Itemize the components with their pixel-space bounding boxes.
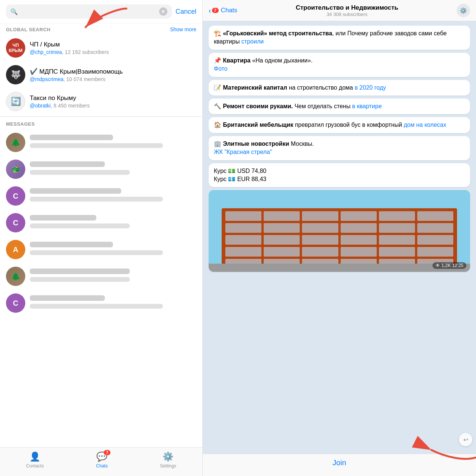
search-result-mdps[interactable]: 🐺 ✔️ МДПС Крым|Взаимопомощь @mdpscrimea,… [0,61,202,88]
list-item[interactable]: 🐲 [0,156,202,183]
list-item[interactable]: С [0,183,202,209]
message-link[interactable]: ЖК "Красная стрела" [214,149,272,155]
message-bubble: 🏠 Британский мебельщик превратил грузово… [209,117,470,133]
blurred-message-text [30,161,196,177]
chat-title: Строительство и Недвижимость [241,4,453,12]
image-bubble: 👁 1,2K 12:25 [209,190,470,272]
tab-contacts[interactable]: 👤 Contacts [26,451,44,469]
result-name-chp: ЧП / Крым [30,41,196,48]
result-info-taxi: Такси по Крыму @obratki, 8 450 members [30,94,196,109]
message-text: 🏢 Элитные новостройки Москвы. ЖК "Красна… [214,140,465,157]
forward-button[interactable]: ↩ [459,433,472,446]
result-username-chp: @chp_crimea [30,49,62,55]
search-bar: 🔍 Крым ✕ Cancel [0,0,202,23]
message-text: 🏠 Британский мебельщик превратил грузово… [214,121,465,129]
back-label: Chats [221,7,237,14]
result-username-mdps: @mdpscrimea [30,76,63,82]
contacts-icon: 👤 [29,451,41,462]
back-badge: 7 [212,8,219,13]
clear-search-button[interactable]: ✕ [159,7,167,16]
rates-text: Курс 💵 USD 74,80 Курс 💶 EUR 88,43 [214,167,465,184]
message-bubble: 📌 Квартира «На одном дыхании». Фото [209,53,470,77]
avatar: 🌲 [6,133,25,152]
avatar-taxi: 🔄 [6,92,25,111]
search-input[interactable]: Крым [21,8,156,16]
message-bubble: 🔨 Ремонт своими руками. Чем отделать сте… [209,99,470,114]
result-name-taxi: Такси по Крыму [30,94,196,102]
cancel-button[interactable]: Cancel [176,8,196,16]
message-bubble: 🏢 Элитные новостройки Москвы. ЖК "Красна… [209,136,470,160]
result-info-mdps: ✔️ МДПС Крым|Взаимопомощь @mdpscrimea, 1… [30,68,196,82]
forward-icon: ↩ [463,436,468,443]
search-input-container: 🔍 Крым ✕ [6,4,172,19]
join-bar: Join [203,454,476,476]
message-bubble: 🏗️ «Горьковский» метод строительства, ил… [209,26,470,50]
list-item[interactable]: 🌲 [0,129,202,156]
search-result-taxi[interactable]: 🔄 Такси по Крыму @obratki, 8 450 members [0,88,202,115]
blurred-message-text [30,188,196,204]
list-item[interactable]: С [0,209,202,236]
avatar-chp: ЧПКРЫМ [6,38,25,58]
global-search-header: GLOBAL SEARCH Show more [0,23,202,35]
message-bubble-rates: Курс 💵 USD 74,80 Курс 💶 EUR 88,43 [209,163,470,187]
result-username-taxi: @obratki [30,103,51,109]
avatar: 🐲 [6,160,25,179]
message-text: 🔨 Ремонт своими руками. Чем отделать сте… [214,102,465,110]
chat-messages: 🏗️ «Горьковский» метод строительства, ил… [203,21,476,454]
chat-subtitle: 34 308 subscribers [241,12,453,17]
message-link[interactable]: в 2020 году [355,84,386,91]
tab-settings[interactable]: ⚙️ Settings [160,451,176,469]
messages-header: MESSAGES [0,118,202,129]
message-link[interactable]: в квартире [352,103,382,109]
message-text: 📌 Квартира «На одном дыхании». Фото [214,57,465,73]
blurred-message-text [30,135,196,150]
chat-header: ‹ 7 Chats Строительство и Недвижимость 3… [203,0,476,21]
right-panel: ‹ 7 Chats Строительство и Недвижимость 3… [203,0,476,476]
join-button[interactable]: Join [332,459,346,467]
show-more-button[interactable]: Show more [170,26,196,32]
building-image: 👁 1,2K 12:25 [209,190,470,272]
avatar: С [6,293,25,313]
tab-chats[interactable]: 💬 7 Chats [96,451,107,469]
avatar: А [6,240,25,259]
blurred-message-text [30,295,196,311]
contacts-label: Contacts [26,463,44,469]
avatar-mdps: 🐺 [6,65,25,84]
message-time: 12:25 [452,263,463,268]
list-item[interactable]: А [0,236,202,263]
result-sub-taxi: @obratki, 8 450 members [30,103,196,109]
blurred-message-text [30,242,196,257]
rate-eur: Курс 💶 EUR 88,43 [214,175,465,183]
rate-usd: Курс 💵 USD 74,80 [214,167,465,175]
settings-button[interactable]: ⚙️ [457,4,470,17]
message-link[interactable]: строили [241,38,264,45]
chats-label: Chats [96,463,107,469]
back-button[interactable]: ‹ 7 Chats [209,6,237,15]
message-link[interactable]: дом на колесах [404,122,447,128]
messages-section: MESSAGES 🌲 🐲 [0,118,202,447]
tab-bar: 👤 Contacts 💬 7 Chats ⚙️ Settings [0,447,202,476]
message-bubble: 📝 Материнский капитал на строительство д… [209,80,470,96]
result-sub-chp: @chp_crimea, 12 192 subscribers [30,49,196,55]
global-search-title: GLOBAL SEARCH [6,27,51,32]
view-count: 1,2K [441,263,451,268]
search-icon: 🔍 [10,8,18,15]
blurred-message-text [30,215,196,231]
message-text: 📝 Материнский капитал на строительство д… [214,84,465,92]
result-name-mdps: ✔️ МДПС Крым|Взаимопомощь [30,68,196,75]
result-info-chp: ЧП / Крым @chp_crimea, 12 192 subscriber… [30,41,196,55]
image-overlay: 👁 1,2K 12:25 [432,262,466,269]
back-chevron-icon: ‹ [209,6,211,15]
avatar: С [6,213,25,232]
list-item[interactable]: С [0,290,202,316]
message-text: 🏗️ «Горьковский» метод строительства, ил… [214,29,465,46]
messages-title: MESSAGES [6,121,35,127]
avatar: С [6,186,25,206]
global-search-section: GLOBAL SEARCH Show more ЧПКРЫМ ЧП / Крым… [0,23,202,115]
settings-icon: ⚙️ [163,451,174,462]
list-item[interactable]: 🌲 [0,263,202,290]
eye-icon: 👁 [435,263,440,268]
result-sub-mdps: @mdpscrimea, 10 074 members [30,76,196,82]
message-link[interactable]: Фото [214,65,228,72]
search-result-chp[interactable]: ЧПКРЫМ ЧП / Крым @chp_crimea, 12 192 sub… [0,35,202,61]
